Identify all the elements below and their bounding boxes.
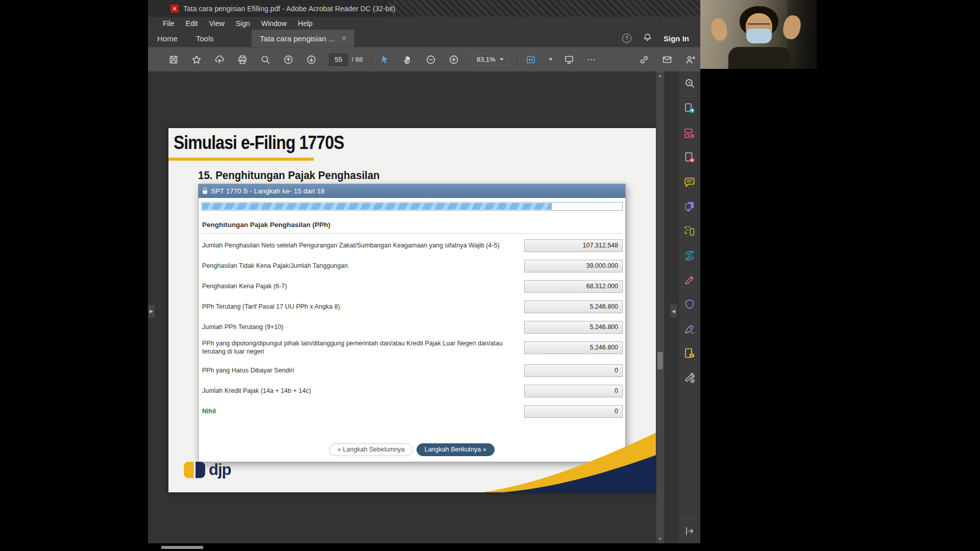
comment-icon[interactable] — [679, 170, 700, 194]
tab-tools[interactable]: Tools — [187, 30, 223, 47]
webcam-face-mask — [746, 29, 772, 43]
tab-document-label: Tata cara pengisian ... — [260, 34, 335, 43]
protect-icon[interactable] — [679, 292, 700, 317]
form-row: PPh yang Harus Dibayar Sendiri 0 — [202, 360, 623, 381]
form-row: Nihil 0 — [202, 401, 623, 421]
more-tools-icon[interactable] — [679, 366, 700, 390]
scan-ocr-icon[interactable] — [679, 219, 700, 243]
vertical-scrollbar[interactable]: ▲ ▼ — [656, 71, 664, 543]
title-bar: A Tata cara pengisian Efilling.pdf - Ado… — [148, 0, 700, 17]
nihil-label: Nihil — [202, 407, 508, 415]
row-label: Penghasilan Kena Pajak (6-7) — [202, 282, 508, 290]
slide-subtitle: 15. Penghitungan Pajak Penghasilan — [198, 169, 380, 182]
row-value-field: 5.246.800 — [524, 341, 623, 354]
form-section-heading: Penghitungan Pajak Penghasilan (PPh) — [202, 221, 330, 229]
sign-in-button[interactable]: Sign In — [664, 34, 689, 43]
save-icon[interactable] — [168, 55, 179, 65]
export-pdf-icon[interactable] — [679, 96, 700, 121]
row-value-field: 5.246.800 — [524, 321, 623, 334]
form-row: Jumlah Kredit Pajak (14a + 14b + 14c) 0 — [202, 381, 623, 401]
djp-logo-icon — [184, 462, 205, 478]
hand-tool-icon[interactable] — [403, 55, 413, 65]
zoom-in-icon[interactable] — [449, 55, 459, 65]
row-value-field: 5.246.800 — [524, 300, 623, 313]
help-icon[interactable]: ? — [622, 34, 631, 43]
main-toolbar: 55 / 88 83,1% ⋯ — [148, 47, 700, 71]
menu-bar: File Edit View Sign Window Help — [148, 17, 700, 30]
row-label: PPh yang dipotong/dipungut pihak lain/di… — [202, 339, 508, 356]
title-underline — [168, 158, 314, 161]
titlebar-hatch-pattern — [388, 0, 700, 17]
row-value-field: 39.000.000 — [524, 260, 623, 272]
progress-fill — [202, 203, 552, 210]
nav-pane-toggle[interactable]: ▶ — [148, 305, 155, 318]
tools-pane-toggle[interactable]: ◀ — [670, 305, 677, 318]
window-title: Tata cara pengisian Efilling.pdf - Adobe… — [183, 5, 396, 13]
toolbar-divider — [517, 53, 518, 66]
previous-step-button: « Langkah Sebelumnya — [329, 443, 412, 456]
scroll-up-icon[interactable]: ▲ — [658, 71, 663, 80]
horizontal-scrollbar-thumb[interactable] — [161, 546, 203, 549]
more-tools-icon[interactable]: ⋯ — [587, 54, 597, 65]
print-icon[interactable] — [237, 55, 248, 65]
tools-sidebar — [679, 71, 700, 543]
optimize-pdf-icon[interactable] — [679, 243, 700, 268]
row-value-field: 0 — [524, 405, 623, 418]
chevron-down-icon — [500, 58, 504, 61]
select-tool-icon[interactable] — [380, 55, 390, 65]
progress-bar — [201, 202, 623, 211]
menu-help[interactable]: Help — [292, 18, 318, 29]
zoom-out-icon[interactable] — [426, 55, 436, 65]
pdf-page: Simulasi e-Filing 1770S 15. Penghitungan… — [168, 128, 656, 492]
notification-bell-icon[interactable] — [643, 33, 652, 44]
page-number-input[interactable]: 55 — [329, 54, 348, 66]
menu-edit[interactable]: Edit — [180, 18, 204, 29]
zoom-level-dropdown[interactable]: 83,1% — [472, 54, 509, 65]
organize-pages-icon[interactable] — [679, 121, 700, 145]
page-fit-chevron-icon[interactable] — [549, 58, 553, 61]
row-label: Jumlah Kredit Pajak (14a + 14b + 14c) — [202, 387, 508, 395]
webcam-left-hand — [709, 17, 729, 42]
document-canvas: Simulasi e-Filing 1770S 15. Penghitungan… — [148, 71, 679, 543]
tab-close-icon[interactable]: × — [342, 34, 346, 42]
menu-window[interactable]: Window — [256, 18, 292, 29]
menu-sign[interactable]: Sign — [230, 18, 256, 29]
form-row: Jumlah PPh Terutang (9+10) 5.246.800 — [202, 317, 623, 337]
next-page-icon[interactable] — [306, 55, 316, 65]
add-account-icon[interactable] — [685, 55, 695, 65]
page-total-label: / 88 — [352, 56, 363, 63]
certificates-icon[interactable] — [679, 317, 700, 341]
menu-view[interactable]: View — [204, 18, 230, 29]
email-icon[interactable] — [662, 55, 672, 65]
menu-file[interactable]: File — [157, 18, 180, 29]
webcam-person-glasses — [748, 23, 770, 28]
search-tools-icon[interactable] — [679, 71, 700, 96]
row-label: Penghasilan Tidak Kena Pajak/Jumlah Tang… — [202, 262, 508, 270]
share-link-icon[interactable] — [639, 55, 649, 65]
form-row: PPh yang dipotong/dipungut pihak lain/di… — [202, 337, 623, 358]
row-value-field: 0 — [524, 385, 623, 397]
presentation-mode-icon[interactable] — [564, 55, 574, 65]
scroll-down-icon[interactable]: ▼ — [658, 535, 663, 543]
tab-home[interactable]: Home — [148, 30, 187, 47]
corner-swoosh-graphic — [482, 429, 656, 492]
row-value-field: 0 — [524, 364, 623, 377]
star-icon[interactable] — [191, 55, 202, 65]
combine-files-icon[interactable] — [679, 194, 700, 219]
tab-document[interactable]: Tata cara pengisian ... × — [252, 30, 354, 47]
request-signatures-icon[interactable] — [679, 341, 700, 366]
previous-page-icon[interactable] — [283, 55, 293, 65]
create-pdf-icon[interactable] — [679, 145, 700, 170]
form-row: Penghasilan Kena Pajak (6-7) 68.312.000 — [202, 276, 623, 296]
webcam-overlay — [700, 0, 817, 69]
page-fit-icon[interactable] — [526, 55, 536, 65]
cloud-upload-icon[interactable] — [214, 55, 225, 65]
expand-panel-icon[interactable] — [679, 519, 700, 543]
fill-sign-icon[interactable] — [679, 268, 700, 292]
form-row: Jumlah Penghasilan Neto setelah Penguran… — [202, 235, 623, 256]
scrollbar-thumb[interactable] — [657, 352, 663, 369]
djp-logo: djp — [184, 461, 231, 479]
form-row: PPh Terutang (Tarif Pasal 17 UU PPh x An… — [202, 296, 623, 317]
search-icon[interactable] — [260, 55, 271, 65]
form-header-title: SPT 1770 S - Langkah ke- 15 dari 18 — [211, 187, 325, 195]
